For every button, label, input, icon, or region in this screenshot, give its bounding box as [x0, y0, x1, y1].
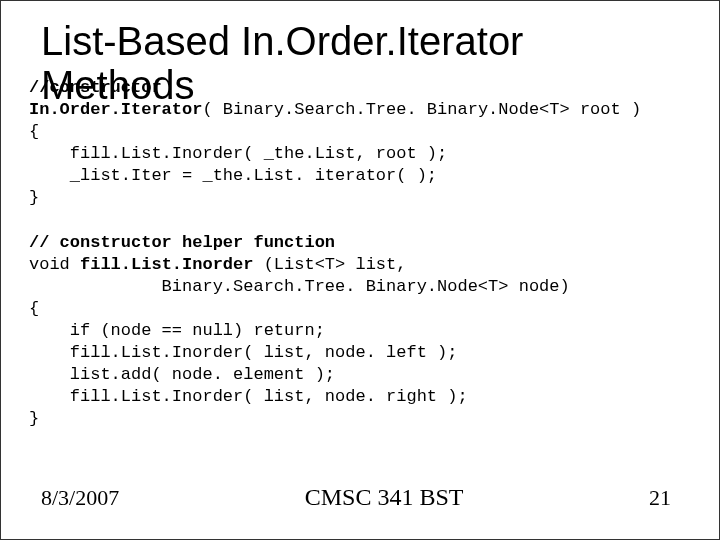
code-line: //constructor [29, 78, 162, 97]
code-line: list.add( node. element ); [29, 365, 335, 384]
code-line: fill.List.Inorder [80, 255, 253, 274]
code-line: In.Order.Iterator [29, 100, 202, 119]
code-line: fill.List.Inorder( list, node. right ); [29, 387, 468, 406]
code-line: } [29, 188, 39, 207]
slide: List-Based In.Order.Iterator Methods //c… [0, 0, 720, 540]
code-line: } [29, 409, 39, 428]
code-block: //constructor In.Order.Iterator( Binary.… [29, 77, 699, 431]
footer-course: CMSC 341 BST [119, 484, 649, 511]
code-line: fill.List.Inorder( _the.List, root ); [29, 144, 447, 163]
code-line: _list.Iter = _the.List. iterator( ); [29, 166, 437, 185]
code-line: { [29, 299, 39, 318]
code-line: ( Binary.Search.Tree. Binary.Node<T> roo… [202, 100, 641, 119]
code-line: void [29, 255, 80, 274]
code-line: // constructor helper function [29, 233, 335, 252]
code-line: if (node == null) return; [29, 321, 325, 340]
code-line: Binary.Search.Tree. Binary.Node<T> node) [29, 277, 570, 296]
code-line: (List<T> list, [253, 255, 406, 274]
footer: 8/3/2007 CMSC 341 BST 21 [1, 484, 719, 511]
code-line: { [29, 122, 39, 141]
footer-date: 8/3/2007 [41, 485, 119, 511]
code-line: fill.List.Inorder( list, node. left ); [29, 343, 457, 362]
footer-page: 21 [649, 485, 671, 511]
